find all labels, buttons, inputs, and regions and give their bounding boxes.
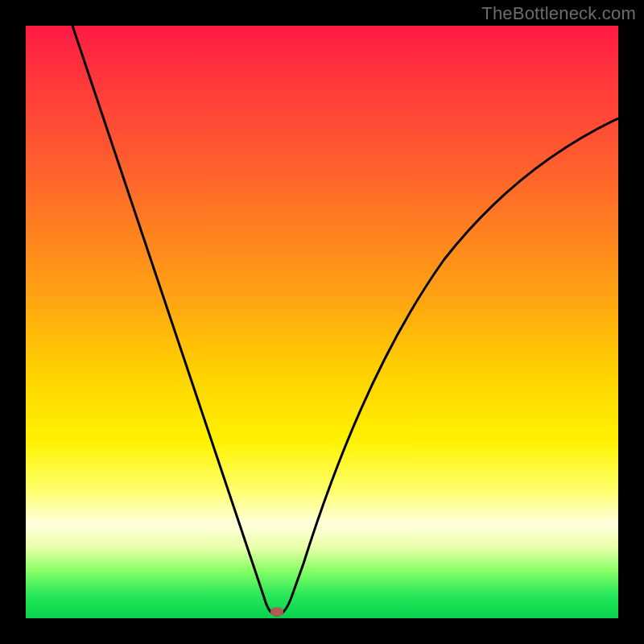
bottleneck-curve [26,26,618,618]
curve-path [72,26,618,615]
watermark-text: TheBottleneck.com [481,3,636,24]
optimum-marker [270,608,283,617]
plot-area [26,26,618,618]
chart-frame: TheBottleneck.com [0,0,644,644]
